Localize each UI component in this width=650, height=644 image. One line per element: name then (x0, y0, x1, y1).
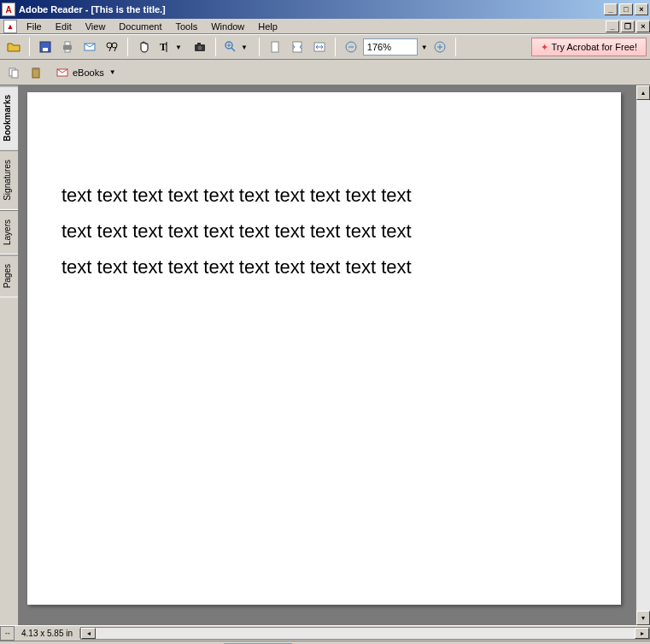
close-button[interactable]: × (635, 3, 648, 15)
zoom-in-circle-button[interactable] (430, 37, 450, 57)
ebooks-label: eBooks (73, 67, 104, 78)
zoom-dropdown-button[interactable]: ▼ (421, 44, 428, 51)
minimize-button[interactable]: _ (604, 3, 618, 15)
zoom-in-button[interactable]: ▼ (221, 37, 254, 57)
doc-title: [This is the title.] (91, 4, 165, 15)
document-icon: ▲ (3, 20, 17, 33)
menu-help[interactable]: Help (252, 20, 284, 32)
print-button[interactable] (57, 37, 78, 57)
app-name: Adobe Reader (19, 4, 83, 15)
pane-resize-icon[interactable]: ↔ (0, 626, 15, 641)
paste-button[interactable] (26, 62, 46, 83)
scroll-down-button[interactable]: ▾ (636, 611, 650, 625)
svg-text:T: T (160, 41, 167, 53)
scroll-right-button[interactable]: ▸ (635, 628, 649, 639)
save-button[interactable] (35, 37, 56, 57)
document-line: text text text text text text text text … (61, 249, 587, 285)
svg-rect-1 (43, 48, 48, 51)
ebooks-button[interactable]: eBooks ▼ (50, 63, 122, 82)
scroll-track[interactable] (96, 628, 635, 639)
status-bar: ↔ 4.13 x 5.85 in ◂ ▸ (0, 625, 650, 641)
scroll-up-button[interactable]: ▴ (636, 85, 650, 100)
document-container: text text text text text text text text … (19, 85, 650, 625)
fit-width-button[interactable] (309, 37, 330, 57)
try-acrobat-button[interactable]: ✦ Try Acrobat for Free! (531, 38, 647, 56)
mdi-restore-button[interactable]: ❐ (621, 20, 635, 32)
actual-size-button[interactable] (265, 37, 285, 57)
email-button[interactable] (79, 37, 100, 57)
menu-document[interactable]: Document (113, 20, 167, 32)
snapshot-button[interactable] (190, 37, 210, 57)
scroll-track[interactable] (636, 100, 650, 611)
svg-rect-3 (65, 42, 70, 45)
tab-bookmarks[interactable]: Bookmarks (0, 85, 18, 150)
document-page: text text text text text text text text … (27, 92, 621, 605)
svg-rect-2 (63, 45, 72, 50)
tab-pages[interactable]: Pages (0, 255, 18, 297)
page-dimensions: 4.13 x 5.85 in (15, 629, 80, 638)
select-text-button[interactable]: T▼ (155, 37, 188, 57)
menu-edit[interactable]: Edit (50, 20, 78, 32)
page-nav-bar: ⏮ ◂ ▸ ⏭ ● ● ▯ ⊟ ⊞ ▥ (0, 641, 650, 644)
svg-rect-28 (12, 70, 18, 78)
menu-file[interactable]: File (20, 20, 48, 32)
main-toolbar: T▼ ▼ ▼ ✦ Try Acrobat for Free! (0, 34, 650, 60)
maximize-button[interactable]: □ (619, 3, 633, 15)
chevron-down-icon: ▼ (175, 44, 182, 51)
star-icon: ✦ (541, 42, 548, 53)
chevron-down-icon: ▼ (241, 44, 248, 51)
menu-tools[interactable]: Tools (170, 20, 204, 32)
svg-rect-14 (197, 43, 201, 44)
secondary-toolbar: eBooks ▼ (0, 60, 650, 85)
fit-page-button[interactable] (287, 37, 307, 57)
main-area: Bookmarks Signatures Layers Pages text t… (0, 85, 650, 625)
zoom-input[interactable] (363, 38, 418, 56)
svg-line-16 (231, 48, 235, 51)
zoom-out-button[interactable] (341, 37, 361, 57)
chevron-down-icon: ▼ (109, 68, 116, 76)
tab-layers[interactable]: Layers (0, 210, 18, 255)
mdi-minimize-button[interactable]: _ (606, 20, 619, 32)
titlebar: A Adobe Reader - [This is the title.] _ … (0, 0, 650, 19)
open-button[interactable] (3, 37, 24, 57)
tab-signatures[interactable]: Signatures (0, 150, 18, 210)
copy-button[interactable] (3, 62, 24, 83)
svg-point-13 (197, 46, 202, 50)
menubar: File Edit View Document Tools Window Hel… (20, 20, 284, 32)
svg-rect-30 (34, 67, 38, 70)
horizontal-scrollbar[interactable]: ◂ ▸ (80, 627, 650, 640)
vertical-scrollbar[interactable]: ▴ ▾ (635, 85, 650, 625)
document-line: text text text text text text text text … (61, 214, 587, 249)
hand-tool-button[interactable] (133, 37, 154, 57)
mdi-close-button[interactable]: × (636, 20, 650, 32)
scroll-left-button[interactable]: ◂ (81, 628, 96, 639)
menu-view[interactable]: View (79, 20, 112, 32)
svg-rect-19 (272, 42, 278, 52)
menu-window[interactable]: Window (205, 20, 250, 32)
svg-rect-4 (65, 50, 70, 52)
document-line: text text text text text text text text … (61, 178, 587, 214)
window-title: Adobe Reader - [This is the title.] (19, 4, 602, 15)
menubar-row: ▲ File Edit View Document Tools Window H… (0, 19, 650, 34)
side-tabs: Bookmarks Signatures Layers Pages (0, 85, 19, 625)
app-icon: A (2, 3, 15, 16)
search-button[interactable] (102, 37, 122, 57)
try-acrobat-label: Try Acrobat for Free! (552, 42, 637, 52)
